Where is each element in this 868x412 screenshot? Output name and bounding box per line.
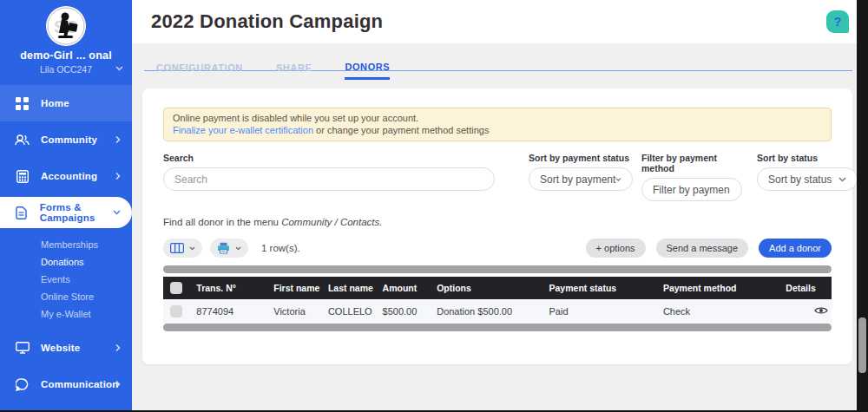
tab-share[interactable]: SHARE <box>276 62 312 80</box>
print-menu-button[interactable] <box>210 239 248 258</box>
tab-donors[interactable]: DONORS <box>345 62 390 80</box>
sidebar-item-memberships[interactable]: Memberships <box>0 236 132 253</box>
sort-payment-status-label: Sort by payment status <box>529 153 633 163</box>
chevron-right-icon <box>115 136 121 144</box>
sidebar-item-website[interactable]: Website <box>0 330 132 366</box>
sidebar-item-events[interactable]: Events <box>0 271 132 288</box>
scrollbar-thumb[interactable] <box>858 317 866 373</box>
org-logo[interactable]: SC <box>46 6 86 46</box>
app-window: SC demo-Girl ... onal Lila OCC247 <box>0 0 868 412</box>
hint-text: Find all donor in the menu <box>163 217 281 227</box>
sidebar-item-accounting[interactable]: Accounting <box>0 158 132 194</box>
toolbar-actions: + options Send a message Add a donor <box>575 239 832 258</box>
col-payment-status: Payment status <box>546 277 660 299</box>
cell-payment-method: Check <box>660 299 782 324</box>
sidebar-item-online-store[interactable]: Online Store <box>0 288 132 305</box>
sort-status-label: Sort by status <box>757 153 858 163</box>
donors-card: Online payment is disabled while you set… <box>142 88 852 364</box>
tab-configuration[interactable]: CONFIGURATION <box>156 62 243 80</box>
chat-bubble-icon <box>15 377 30 392</box>
add-donor-button[interactable]: Add a donor <box>759 239 832 258</box>
people-icon <box>15 133 30 147</box>
sort-status-group: Sort by status Sort by status <box>757 153 858 191</box>
cell-payment-status: Paid <box>546 299 660 324</box>
table-horizontal-scrollbar-bottom[interactable] <box>163 324 832 331</box>
sort-payment-status-group: Sort by payment status Sort by payment <box>529 153 633 191</box>
sort-payment-status-value: Sort by payment <box>540 173 615 186</box>
help-button[interactable]: ? <box>826 10 849 33</box>
content-area: Online payment is disabled while you set… <box>132 80 868 412</box>
chevron-down-icon <box>235 246 241 251</box>
send-message-button[interactable]: Send a message <box>656 239 749 258</box>
sidebar-item-forms-campaigns[interactable]: Forms & Campaigns <box>0 197 132 228</box>
table-horizontal-scrollbar-top[interactable] <box>163 265 832 273</box>
sort-status-value: Sort by status <box>768 173 832 186</box>
donors-table: Trans. N° First name Last name Amount Op… <box>163 277 832 324</box>
col-options: Options <box>433 277 545 299</box>
sidebar-item-communication[interactable]: Communication <box>0 366 132 402</box>
col-details: Details <box>782 277 832 299</box>
chevron-down-icon <box>189 246 195 251</box>
ewallet-certification-link[interactable]: Finalize your e-wallet certification <box>173 125 313 135</box>
filter-row: Search Sort by payment status Sort by pa… <box>163 153 832 208</box>
account-name: Lila OCC247 <box>40 64 92 75</box>
org-name: demo-Girl ... onal <box>0 49 132 62</box>
cell-trans-number: 8774094 <box>193 299 270 324</box>
cell-amount: $500.00 <box>379 299 434 324</box>
cell-options: Donation $500.00 <box>433 299 545 324</box>
chevron-right-icon <box>115 173 121 180</box>
banner-line2: Finalize your e-wallet certification or … <box>173 124 822 136</box>
sidebar-nav: Home Community Accounting <box>0 85 132 412</box>
table-toolbar: 1 row(s). + options Send a message Add a… <box>163 238 832 258</box>
chevron-down-icon <box>113 210 121 215</box>
girl-logo-icon: SC <box>47 7 85 45</box>
sidebar-header: SC demo-Girl ... onal Lila OCC247 <box>0 0 132 76</box>
forms-campaigns-submenu: Memberships Donations Events Online Stor… <box>0 231 132 330</box>
page-title: 2022 Donation Campaign <box>151 10 383 33</box>
table-header-row: Trans. N° First name Last name Amount Op… <box>163 277 832 299</box>
sidebar-item-my-e-wallet[interactable]: My e-Wallet <box>0 305 132 323</box>
search-input[interactable] <box>174 173 483 186</box>
filter-payment-method-label: Filter by payment method <box>641 153 721 173</box>
select-all-checkbox[interactable] <box>170 282 182 294</box>
col-trans-number: Trans. N° <box>193 277 270 299</box>
chevron-down-icon <box>115 66 123 71</box>
columns-menu-button[interactable] <box>163 239 202 258</box>
sidebar-item-community[interactable]: Community <box>0 121 132 158</box>
eye-icon[interactable] <box>814 306 828 315</box>
chevron-right-icon <box>115 381 121 389</box>
columns-icon <box>170 243 184 253</box>
sidebar-item-label: Accounting <box>41 171 97 181</box>
calculator-icon <box>15 169 30 184</box>
find-donors-hint: Find all donor in the menu Community / C… <box>163 217 832 227</box>
sidebar-item-home[interactable]: Home <box>0 85 132 121</box>
tab-bar: CONFIGURATION SHARE DONORS <box>132 43 868 80</box>
sort-status-select[interactable]: Sort by status <box>757 167 858 191</box>
filter-payment-method-select[interactable]: Filter by paymen <box>641 178 742 201</box>
col-payment-method: Payment method <box>660 277 782 299</box>
cell-first-name: Victoria <box>270 299 325 324</box>
document-icon <box>15 206 29 220</box>
monitor-icon <box>15 341 30 356</box>
sort-payment-status-select[interactable]: Sort by payment <box>529 167 633 191</box>
sidebar-item-label: Website <box>41 343 80 353</box>
hint-menu-path: Community / Contacts. <box>281 217 382 227</box>
chevron-down-icon <box>838 177 846 182</box>
options-button[interactable]: + options <box>586 239 646 258</box>
row-checkbox[interactable] <box>170 305 182 317</box>
sidebar-item-label: Community <box>41 134 97 145</box>
question-mark-icon: ? <box>834 15 842 29</box>
main-area: 2022 Donation Campaign ? CONFIGURATION S… <box>132 0 868 412</box>
sidebar-item-label: Communication <box>41 379 119 389</box>
col-amount: Amount <box>379 277 434 299</box>
payment-warning-banner: Online payment is disabled while you set… <box>163 108 832 141</box>
chevron-right-icon <box>115 344 121 352</box>
sidebar-item-donations[interactable]: Donations <box>0 253 132 271</box>
account-switcher[interactable]: Lila OCC247 <box>0 64 132 76</box>
printer-icon <box>217 242 230 254</box>
chevron-down-icon <box>615 177 621 182</box>
sidebar-item-label: Home <box>41 98 69 108</box>
banner-line1: Online payment is disabled while you set… <box>173 112 822 124</box>
page-vertical-scrollbar[interactable] <box>857 0 868 412</box>
search-input-wrap <box>163 167 495 191</box>
